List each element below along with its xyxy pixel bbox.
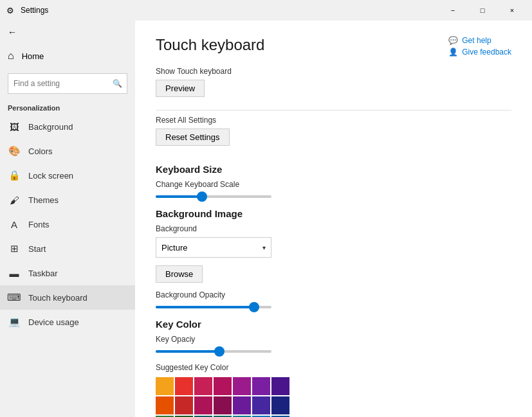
- key-opacity-fill: [156, 350, 219, 353]
- chevron-down-icon: ▾: [262, 244, 266, 251]
- keyboard-scale-label: Change Keyboard Scale: [156, 180, 511, 189]
- reset-settings-label: Reset All Settings: [156, 116, 511, 125]
- background-dropdown-label: Background: [156, 224, 511, 233]
- keyboard-scale-slider[interactable]: [156, 195, 271, 198]
- sidebar: ← ⌂ Home 🔍 Personalization 🖼Background🎨C…: [0, 21, 135, 417]
- main-content: 💬 Get help 👤 Give feedback Touch keyboar…: [135, 21, 532, 417]
- back-arrow-icon: ←: [8, 27, 17, 37]
- color-swatch[interactable]: [175, 377, 193, 395]
- color-swatch[interactable]: [252, 377, 270, 395]
- slider-fill: [156, 195, 202, 198]
- sidebar-item-label-taskbar: Taskbar: [28, 269, 58, 278]
- browse-button[interactable]: Browse: [156, 265, 203, 283]
- color-swatch[interactable]: [194, 396, 212, 414]
- give-feedback-link[interactable]: 👤 Give feedback: [448, 48, 511, 57]
- color-swatch[interactable]: [194, 377, 212, 395]
- bg-opacity-slider[interactable]: [156, 306, 271, 308]
- sidebar-item-fonts[interactable]: AFonts: [0, 212, 135, 236]
- search-icon: 🔍: [113, 79, 122, 88]
- sidebar-item-label-touch-keyboard: Touch keyboard: [28, 293, 87, 303]
- background-image-title: Background Image: [156, 208, 511, 219]
- suggested-key-color-label: Suggested Key Color: [156, 363, 511, 372]
- color-swatch[interactable]: [156, 377, 174, 395]
- key-opacity-slider[interactable]: [156, 350, 271, 353]
- sidebar-item-label-device-usage: Device usage: [28, 317, 79, 327]
- get-help-label: Get help: [462, 36, 491, 45]
- keyboard-size-title: Keyboard Size: [156, 164, 511, 175]
- key-opacity-track: [156, 350, 271, 353]
- background-dropdown[interactable]: Picture ▾: [156, 237, 271, 258]
- dropdown-value: Picture: [161, 243, 187, 253]
- slider-track: [156, 195, 271, 198]
- themes-icon: 🖌: [8, 193, 21, 206]
- sidebar-item-taskbar[interactable]: ▬Taskbar: [0, 261, 135, 285]
- fonts-icon: A: [8, 218, 21, 231]
- bg-opacity-label: Background Opacity: [156, 290, 511, 299]
- sidebar-item-lock-screen[interactable]: 🔒Lock screen: [0, 163, 135, 188]
- sidebar-item-touch-keyboard[interactable]: ⌨Touch keyboard: [0, 285, 135, 310]
- opacity-slider-fill: [156, 306, 254, 308]
- colors-icon: 🎨: [8, 145, 21, 157]
- window-controls: − □ ×: [438, 0, 527, 21]
- maximize-button[interactable]: □: [468, 0, 497, 21]
- sidebar-item-background[interactable]: 🖼Background: [0, 114, 135, 139]
- sidebar-item-colors[interactable]: 🎨Colors: [0, 139, 135, 163]
- background-icon: 🖼: [8, 120, 21, 133]
- sidebar-item-start[interactable]: ⊞Start: [0, 236, 135, 261]
- sidebar-home[interactable]: ⌂ Home: [0, 44, 135, 68]
- app-icon: ⚙: [5, 5, 15, 15]
- minimize-button[interactable]: −: [438, 0, 468, 21]
- taskbar-icon: ▬: [8, 267, 21, 279]
- app-container: ← ⌂ Home 🔍 Personalization 🖼Background🎨C…: [0, 21, 532, 417]
- sidebar-item-label-fonts: Fonts: [28, 220, 50, 229]
- sidebar-item-label-lock-screen: Lock screen: [28, 171, 73, 181]
- feedback-icon: 👤: [448, 48, 458, 57]
- get-help-link[interactable]: 💬 Get help: [448, 36, 511, 45]
- give-feedback-label: Give feedback: [462, 48, 511, 57]
- start-icon: ⊞: [8, 242, 21, 255]
- title-bar-title: Settings: [21, 6, 438, 15]
- sidebar-item-label-colors: Colors: [28, 146, 53, 156]
- key-color-title: Key Color: [156, 319, 511, 330]
- divider-1: [156, 110, 511, 111]
- touch-keyboard-icon: ⌨: [8, 291, 21, 304]
- color-swatch[interactable]: [271, 377, 289, 395]
- opacity-slider-thumb[interactable]: [249, 302, 259, 312]
- home-icon: ⌂: [8, 50, 14, 62]
- color-swatch[interactable]: [175, 396, 193, 414]
- search-box: 🔍: [8, 73, 127, 94]
- sidebar-item-themes[interactable]: 🖌Themes: [0, 188, 135, 212]
- close-button[interactable]: ×: [497, 0, 527, 21]
- color-swatch[interactable]: [271, 396, 289, 414]
- color-swatch[interactable]: [156, 396, 174, 414]
- title-bar: ⚙ Settings − □ ×: [0, 0, 532, 21]
- preview-button[interactable]: Preview: [156, 80, 205, 97]
- home-label: Home: [22, 51, 44, 61]
- back-button[interactable]: ←: [0, 21, 135, 44]
- nav-items: 🖼Background🎨Colors🔒Lock screen🖌ThemesAFo…: [0, 114, 135, 334]
- sidebar-item-label-background: Background: [28, 122, 73, 132]
- slider-thumb[interactable]: [197, 191, 207, 202]
- color-swatch[interactable]: [233, 396, 251, 414]
- sidebar-item-label-themes: Themes: [28, 195, 59, 205]
- color-swatch[interactable]: [252, 396, 270, 414]
- key-opacity-label: Key Opaciy: [156, 335, 511, 344]
- search-input[interactable]: [8, 73, 127, 94]
- key-opacity-thumb[interactable]: [214, 346, 225, 357]
- sidebar-item-label-start: Start: [28, 244, 46, 254]
- opacity-slider-track: [156, 306, 271, 308]
- help-icon: 💬: [448, 36, 458, 45]
- color-swatch[interactable]: [214, 377, 232, 395]
- color-grid: [156, 377, 511, 417]
- device-usage-icon: 💻: [8, 315, 21, 328]
- color-swatch[interactable]: [214, 396, 232, 414]
- reset-settings-button[interactable]: Reset Settings: [156, 129, 230, 146]
- help-section: 💬 Get help 👤 Give feedback: [448, 36, 511, 57]
- section-label: Personalization: [0, 99, 135, 114]
- color-swatch[interactable]: [233, 377, 251, 395]
- show-keyboard-label: Show Touch keyboard: [156, 67, 511, 76]
- lock-screen-icon: 🔒: [8, 169, 21, 182]
- sidebar-item-device-usage[interactable]: 💻Device usage: [0, 310, 135, 334]
